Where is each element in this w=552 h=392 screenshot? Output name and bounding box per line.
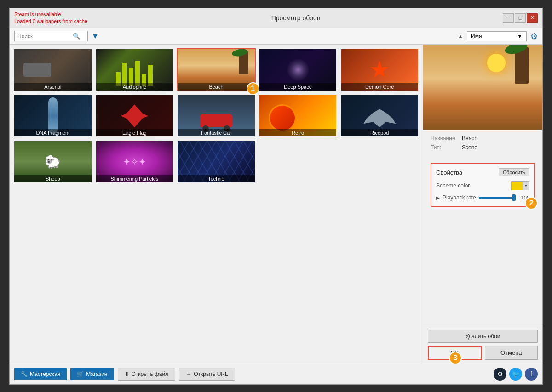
workshop-button[interactable]: 🔧 Мастерская xyxy=(14,368,67,380)
thumb-label-techno: Techno xyxy=(178,175,255,182)
cancel-button[interactable]: Отмена xyxy=(485,346,538,360)
search-input[interactable] xyxy=(17,33,73,40)
thumbnail-deepspace[interactable]: Deep Space xyxy=(259,48,338,91)
thumbnail-dnafragment[interactable]: DNA Fragment xyxy=(13,94,92,137)
car-shape-icon xyxy=(200,114,232,127)
thumbnail-container-eagleflag: Eagle Flag xyxy=(95,94,174,137)
right-panel: Название: Beach Тип: Scene Свойства Сбро… xyxy=(423,45,542,363)
name-value: Beach xyxy=(462,135,477,142)
thumbnail-container-techno: Techno xyxy=(177,140,256,183)
main-window: Steam is unavailable. Loaded 0 wallpaper… xyxy=(9,8,543,385)
scheme-color-label: Scheme color xyxy=(436,182,470,189)
spiky-shape-icon xyxy=(370,61,389,79)
maximize-button[interactable]: □ xyxy=(515,13,526,23)
props-header: Свойства Сбросить xyxy=(436,168,529,176)
bar4 xyxy=(135,61,140,86)
palm-tree-icon xyxy=(239,51,248,74)
thumbnail-container-beach: Beach 1 xyxy=(177,48,256,91)
thumb-label-audiophile: Audiophile xyxy=(96,83,173,91)
search-icon: 🔍 xyxy=(73,33,80,40)
sheep-emoji: 🐑 xyxy=(45,154,61,170)
window-controls: ─ □ ✕ xyxy=(503,13,538,23)
dna-helix-icon xyxy=(48,97,58,134)
thumb-label-demoncore: Demon Core xyxy=(341,83,418,91)
thumbnail-ricepod[interactable]: Ricepod xyxy=(340,94,419,137)
thumbnail-audiophile[interactable]: Audiophile xyxy=(95,48,174,91)
sort-dropdown[interactable]: Имя ▼ xyxy=(467,31,527,41)
social-icons: ⚙ 🐦 f xyxy=(494,368,538,381)
badge-2: 2 xyxy=(525,197,538,210)
play-arrow-icon[interactable]: ▶ xyxy=(436,195,440,200)
delete-button[interactable]: Удалить обои xyxy=(428,330,538,343)
type-label: Тип: xyxy=(431,144,458,151)
facebook-icon[interactable]: f xyxy=(525,368,538,381)
thumbnail-container-dnafragment: DNA Fragment xyxy=(13,94,92,137)
warning-line1: Steam is unavailable. xyxy=(14,11,89,18)
upload-icon: ⬆ xyxy=(125,371,129,377)
steam-icon[interactable]: ⚙ xyxy=(494,368,506,381)
bottom-bar: 🔧 Мастерская 🛒 Магазин ⬆ Открыть файл → … xyxy=(10,364,542,384)
playback-slider[interactable] xyxy=(479,194,516,201)
thumb-label-ricepod: Ricepod xyxy=(341,129,418,136)
thumb-label-shimmering: Shimmering Particles xyxy=(96,175,173,182)
minimize-button[interactable]: ─ xyxy=(503,13,514,23)
playback-label: Playback rate xyxy=(443,194,476,201)
preview-sun xyxy=(487,54,506,72)
thumbnail-fantasticcar[interactable]: Fantastic Car xyxy=(177,94,256,137)
gun-shape xyxy=(23,63,51,77)
thumbnail-eagleflag[interactable]: Eagle Flag xyxy=(95,94,174,137)
thumbnail-sheep[interactable]: 🐑 Sheep xyxy=(13,140,92,183)
color-swatch[interactable] xyxy=(512,182,523,190)
thumbnail-container-demoncore: Demon Core xyxy=(340,48,419,91)
thumbnail-container-retro: Retro xyxy=(259,94,338,137)
info-section: Название: Beach Тип: Scene xyxy=(423,130,542,159)
preview-image xyxy=(423,45,542,130)
properties-box: Свойства Сбросить Scheme color ▼ ▶ Playb… xyxy=(431,163,535,207)
shop-button[interactable]: 🛒 Магазин xyxy=(70,368,114,380)
close-button[interactable]: ✕ xyxy=(527,13,538,23)
info-row-name: Название: Beach xyxy=(431,135,535,142)
wallpaper-grid: Arsenal xyxy=(13,48,419,183)
color-dropdown-arrow[interactable]: ▼ xyxy=(523,182,529,190)
ok-cancel-row: OK Отмена 3 xyxy=(428,346,538,360)
preview-palm xyxy=(515,47,529,84)
scheme-color-row: Scheme color ▼ xyxy=(436,181,529,190)
thumbnail-demoncore[interactable]: Demon Core xyxy=(340,48,419,91)
info-row-type: Тип: Scene xyxy=(431,144,535,151)
title-bar-warning: Steam is unavailable. Loaded 0 wallpaper… xyxy=(14,11,89,25)
open-url-button[interactable]: → Открыть URL xyxy=(179,368,235,381)
thumbnail-container-sheep: 🐑 Sheep xyxy=(13,140,92,183)
window-title: Просмотр обоев xyxy=(271,14,321,22)
bar2 xyxy=(122,63,127,86)
sort-label: Имя xyxy=(471,33,482,40)
toolbar: 🔍 ▼ ▲ Имя ▼ ⚙ xyxy=(10,28,542,45)
eagle-shape-icon xyxy=(121,104,148,127)
thumbnail-beach[interactable]: Beach xyxy=(177,48,256,91)
sort-direction-icon[interactable]: ▲ xyxy=(458,33,463,40)
reset-button[interactable]: Сбросить xyxy=(499,168,529,176)
thumbnail-container-fantasticcar: Fantastic Car xyxy=(177,94,256,137)
thumbnail-arsenal[interactable]: Arsenal xyxy=(13,48,92,91)
filter-icon[interactable]: ▼ xyxy=(92,32,99,40)
thumbnail-techno[interactable]: Techno xyxy=(177,140,256,183)
title-bar: Steam is unavailable. Loaded 0 wallpaper… xyxy=(10,8,542,28)
search-box: 🔍 xyxy=(14,31,88,41)
badge-3: 3 xyxy=(449,352,462,364)
slider-thumb[interactable] xyxy=(512,194,516,201)
sort-chevron-icon: ▼ xyxy=(517,33,523,40)
thumb-label-fantasticcar: Fantastic Car xyxy=(178,129,255,136)
arrow-icon: → xyxy=(186,371,191,377)
wallpaper-grid-area: Arsenal xyxy=(10,45,423,363)
slider-track xyxy=(479,197,516,199)
twitter-icon[interactable]: 🐦 xyxy=(509,368,522,381)
color-swatch-wrapper[interactable]: ▼ xyxy=(511,181,529,190)
gear-icon[interactable]: ⚙ xyxy=(530,31,538,41)
warning-line2: Loaded 0 wallpapers from cache. xyxy=(14,18,89,25)
thumbnail-retro[interactable]: Retro xyxy=(259,94,338,137)
thumb-label-retro: Retro xyxy=(259,129,337,136)
open-file-button[interactable]: ⬆ Открыть файл xyxy=(118,368,176,381)
playback-row: ▶ Playback rate 100 xyxy=(436,194,529,201)
badge-1: 1 xyxy=(247,82,259,95)
thumbnail-shimmering[interactable]: ✦✧✦ Shimmering Particles xyxy=(95,140,174,183)
thumb-label-beach: Beach xyxy=(178,83,255,91)
